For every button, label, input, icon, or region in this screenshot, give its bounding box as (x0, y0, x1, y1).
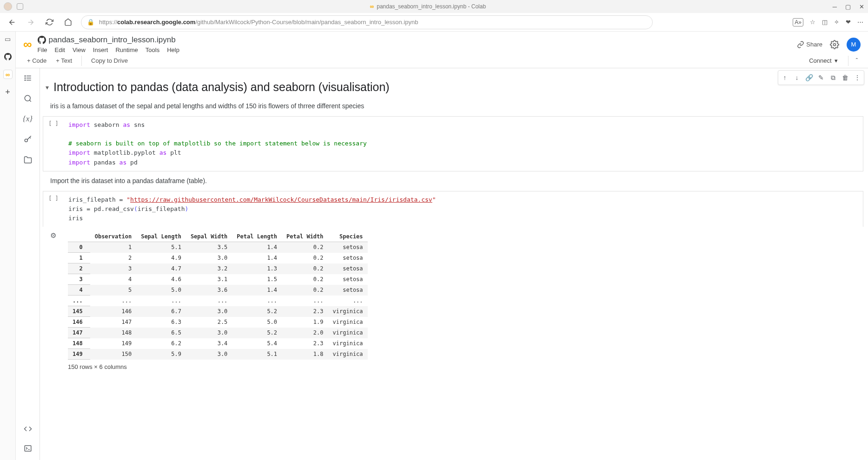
table-header: Sepal Length (136, 231, 186, 242)
heading-text: Introduction to pandas (data analysis) a… (53, 80, 390, 94)
table-row: 1461476.32.55.01.9virginica (68, 317, 368, 328)
table-header: Observation (90, 231, 136, 242)
table-row: 124.93.01.40.2setosa (68, 253, 368, 263)
table-row: 1471486.53.05.22.0virginica (68, 328, 368, 338)
add-tab-icon[interactable]: + (3, 87, 13, 97)
browser-sidebar: ▭ ∞ + (0, 32, 16, 460)
notebook-content[interactable]: ↑ ↓ 🔗 ✎ ⧉ 🗑 ⋮ ▾ Introduction to pandas (… (40, 68, 868, 460)
terminal-icon[interactable] (23, 443, 33, 453)
copilot-icon[interactable]: ▭ (3, 34, 13, 44)
svg-point-4 (25, 76, 26, 77)
move-down-icon[interactable]: ↓ (791, 72, 802, 83)
back-button[interactable] (5, 15, 20, 30)
maximize-button[interactable]: ▢ (845, 3, 851, 10)
table-row: 344.63.11.50.2setosa (68, 274, 368, 285)
refresh-button[interactable] (42, 15, 57, 30)
table-row: 1491505.93.05.11.8virginica (68, 349, 368, 360)
cell-toolbar: ↑ ↓ 🔗 ✎ ⧉ 🗑 ⋮ (778, 70, 864, 85)
profile-avatar[interactable] (4, 2, 12, 11)
heading-cell[interactable]: ▾ Introduction to pandas (data analysis)… (43, 78, 863, 99)
favorite-icon[interactable]: ☆ (810, 19, 815, 26)
menu-view[interactable]: View (73, 46, 86, 53)
minimize-button[interactable]: ─ (833, 3, 837, 10)
link-icon[interactable]: 🔗 (803, 72, 815, 83)
more-icon[interactable]: ⋯ (857, 19, 863, 26)
share-button[interactable]: Share (797, 41, 822, 48)
browser-toolbar: 🔒 https://colab.research.google.com/gith… (0, 13, 868, 32)
collections-icon[interactable]: ✧ (834, 19, 839, 26)
table-header: Sepal Width (186, 231, 232, 242)
svg-line-8 (29, 100, 31, 101)
svg-point-5 (25, 78, 26, 79)
svg-point-7 (25, 95, 30, 101)
table-row: 1451466.73.05.22.3virginica (68, 306, 368, 317)
run-cell-button[interactable]: [ ] (43, 117, 64, 171)
connect-label: Connect (809, 57, 831, 64)
delete-icon[interactable]: 🗑 (840, 72, 851, 83)
split-icon[interactable]: ◫ (822, 19, 828, 26)
colab-sidebar: {x} (16, 68, 40, 460)
forward-button[interactable] (23, 15, 38, 30)
dataframe-table: ObservationSepal LengthSepal WidthPetal … (68, 231, 368, 360)
variables-icon[interactable]: {x} (23, 114, 33, 124)
files-icon[interactable] (23, 155, 33, 165)
menu-help[interactable]: Help (167, 46, 179, 53)
table-row: 015.13.51.40.2setosa (68, 242, 368, 253)
colab-logo-icon[interactable]: ∞ (23, 37, 31, 52)
add-code-button[interactable]: + Code (23, 55, 50, 66)
table-header (68, 231, 90, 242)
mirror-icon[interactable]: ⧉ (828, 72, 839, 83)
table-footer: 150 rows × 6 columns (68, 363, 368, 370)
move-up-icon[interactable]: ↑ (779, 72, 790, 83)
user-avatar[interactable]: M (847, 38, 861, 52)
code-cell-2[interactable]: [ ] iris_filepath = "https://raw.githubu… (43, 191, 863, 227)
read-aloud-icon[interactable]: A» (793, 18, 803, 26)
text-cell-1[interactable]: iris is a famous dataset of the sepal an… (43, 99, 863, 116)
connect-button[interactable]: Connect ▾ (806, 55, 840, 66)
toc-icon[interactable] (23, 73, 33, 83)
settings-icon[interactable] (830, 40, 839, 49)
secrets-icon[interactable] (23, 134, 33, 145)
text-cell-2[interactable]: Import the iris dataset into a pandas da… (43, 173, 863, 191)
extensions-icon[interactable]: ❤ (846, 19, 851, 26)
lock-icon: 🔒 (87, 19, 94, 26)
address-bar[interactable]: 🔒 https://colab.research.google.com/gith… (81, 15, 653, 29)
chevron-down-icon: ▾ (835, 57, 838, 64)
menu-file[interactable]: File (38, 46, 47, 53)
github-icon[interactable] (3, 52, 13, 61)
menu-tools[interactable]: Tools (146, 46, 159, 53)
menu-insert[interactable]: Insert (93, 46, 108, 53)
copy-to-drive-button[interactable]: Copy to Drive (87, 55, 132, 66)
edit-icon[interactable]: ✎ (815, 72, 827, 83)
run-cell-button[interactable]: [ ] (43, 191, 64, 227)
menu-runtime[interactable]: Runtime (115, 46, 138, 53)
colab-tab-icon[interactable]: ∞ (3, 70, 13, 79)
svg-point-0 (834, 43, 836, 46)
output-cell-2: ⚙ ObservationSepal LengthSepal WidthPeta… (43, 229, 863, 375)
table-header: Species (328, 231, 368, 242)
code-body-1[interactable]: import seaborn as sns # seaborn is built… (64, 117, 863, 171)
table-header: Petal Length (232, 231, 282, 242)
menu-edit[interactable]: Edit (55, 46, 65, 53)
colab-app: ∞ pandas_seaborn_intro_lesson.ipynb File… (16, 32, 868, 460)
expand-button[interactable]: ˆ (853, 56, 861, 66)
search-icon[interactable] (23, 93, 33, 104)
code-snippets-icon[interactable] (23, 424, 33, 434)
close-button[interactable]: ✕ (859, 3, 864, 10)
colab-header: ∞ pandas_seaborn_intro_lesson.ipynb File… (16, 32, 868, 53)
workspace-icon[interactable] (17, 3, 23, 10)
separator (81, 56, 82, 66)
home-button[interactable] (60, 15, 75, 30)
table-header: Petal Width (282, 231, 328, 242)
collapse-toggle-icon[interactable]: ▾ (46, 84, 49, 91)
add-text-button[interactable]: + Text (52, 55, 76, 66)
tab-title: pandas_seaborn_intro_lesson.ipynb - Cola… (377, 3, 486, 10)
share-label: Share (806, 41, 822, 48)
cell-more-icon[interactable]: ⋮ (852, 72, 863, 83)
code-cell-1[interactable]: [ ] import seaborn as sns # seaborn is b… (43, 116, 863, 171)
code-body-2[interactable]: iris_filepath = "https://raw.githubuserc… (64, 191, 863, 227)
notebook-filename[interactable]: pandas_seaborn_intro_lesson.ipynb (49, 35, 176, 45)
table-row: 234.73.21.30.2setosa (68, 263, 368, 274)
table-row: 455.03.61.40.2setosa (68, 285, 368, 296)
output-settings-icon[interactable]: ⚙ (50, 231, 56, 375)
